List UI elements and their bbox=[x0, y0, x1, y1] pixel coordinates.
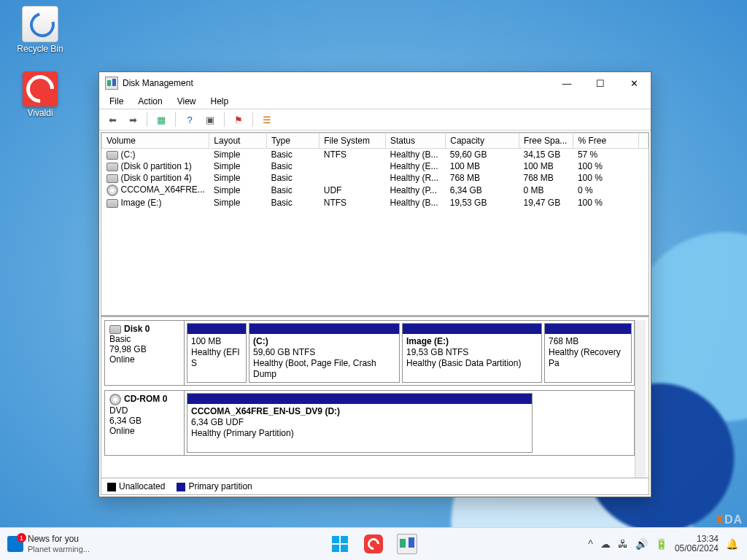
taskbar-disk-management[interactable] bbox=[392, 529, 422, 559]
partition-stripe bbox=[187, 394, 532, 404]
volume-list-pane[interactable]: Volume Layout Type File System Status Ca… bbox=[101, 133, 649, 317]
menu-action[interactable]: Action bbox=[131, 95, 169, 108]
toolbar-back-button[interactable]: ⬅ bbox=[104, 111, 121, 128]
toolbar-refresh-button[interactable]: ⚑ bbox=[230, 111, 247, 128]
col-status[interactable]: Status bbox=[386, 133, 446, 149]
table-row[interactable]: (Disk 0 partition 1)SimpleBasicHealthy (… bbox=[102, 160, 649, 172]
partition[interactable]: Image (E:)19,53 GB NTFSHealthy (Basic Da… bbox=[402, 323, 542, 383]
desktop-icon-vivaldi[interactable]: Vivaldi bbox=[13, 71, 67, 118]
menu-file[interactable]: File bbox=[102, 95, 131, 108]
partition-stripe bbox=[545, 324, 631, 334]
table-row[interactable]: (Disk 0 partition 4)SimpleBasicHealthy (… bbox=[102, 172, 649, 184]
partition[interactable]: CCCOMA_X64FRE_EN-US_DV9 (D:)6,34 GB UDFH… bbox=[187, 393, 533, 453]
taskbar: News for you Planet warming... ^ ☁ 🖧 🔊 🔋… bbox=[0, 527, 747, 560]
drive-icon bbox=[107, 151, 118, 160]
news-sub: Planet warming... bbox=[28, 545, 90, 553]
partition-stripe bbox=[249, 324, 399, 334]
col-pct[interactable]: % Free bbox=[573, 133, 639, 149]
col-type[interactable]: Type bbox=[266, 133, 319, 149]
cd-icon bbox=[107, 184, 118, 196]
tray-notification-icon[interactable]: 🔔 bbox=[726, 538, 738, 550]
legend-unallocated: Unallocated bbox=[107, 481, 165, 491]
desktop-icon-recycle-bin[interactable]: Recycle Bin bbox=[13, 6, 67, 54]
menubar: File Action View Help bbox=[99, 94, 651, 109]
vivaldi-icon bbox=[364, 534, 383, 553]
graphical-view-pane[interactable]: Disk 0Basic79,98 GBOnline100 MBHealthy (… bbox=[101, 317, 649, 478]
graphical-scrollbar[interactable] bbox=[635, 320, 646, 478]
col-volume[interactable]: Volume bbox=[102, 133, 209, 149]
toolbar-properties-button[interactable]: ▣ bbox=[201, 111, 219, 128]
disk-row[interactable]: Disk 0Basic79,98 GBOnline100 MBHealthy (… bbox=[104, 320, 635, 386]
menu-view[interactable]: View bbox=[170, 95, 204, 108]
partition[interactable]: (C:)59,60 GB NTFSHealthy (Boot, Page Fil… bbox=[249, 323, 400, 383]
cd-icon bbox=[109, 394, 121, 405]
col-free[interactable]: Free Spa... bbox=[519, 133, 573, 149]
recycle-bin-icon bbox=[22, 6, 58, 42]
minimize-button[interactable]: — bbox=[550, 72, 584, 94]
vivaldi-icon bbox=[23, 71, 58, 106]
partition[interactable]: 100 MBHealthy (EFI S bbox=[187, 323, 247, 383]
table-row[interactable]: Image (E:)SimpleBasicNTFSHealthy (B...19… bbox=[102, 197, 649, 209]
drive-icon bbox=[107, 163, 118, 171]
content-area: Volume Layout Type File System Status Ca… bbox=[101, 132, 649, 495]
disk-management-window: Disk Management — ☐ ✕ File Action View H… bbox=[98, 71, 651, 497]
maximize-button[interactable]: ☐ bbox=[584, 72, 617, 94]
toolbar-up-button[interactable]: ▦ bbox=[152, 111, 170, 128]
legend: Unallocated Primary partition bbox=[101, 478, 649, 494]
menu-help[interactable]: Help bbox=[204, 95, 236, 108]
table-row[interactable]: CCCOMA_X64FRE...SimpleBasicUDFHealthy (P… bbox=[102, 184, 649, 197]
start-button[interactable] bbox=[325, 529, 355, 559]
col-fs[interactable]: File System bbox=[320, 133, 386, 149]
partition[interactable]: 768 MBHealthy (Recovery Pa bbox=[544, 323, 632, 383]
taskbar-news-widget[interactable]: News for you Planet warming... bbox=[0, 528, 97, 560]
tray-network-icon[interactable]: 🖧 bbox=[618, 538, 628, 550]
table-row[interactable]: (C:)SimpleBasicNTFSHealthy (B...59,60 GB… bbox=[102, 149, 649, 161]
tray-volume-icon[interactable]: 🔊 bbox=[635, 538, 648, 550]
watermark: XDA bbox=[716, 513, 743, 526]
tray-clock[interactable]: 13:34 05/06/2024 bbox=[675, 534, 719, 553]
drive-icon bbox=[109, 325, 121, 334]
tray-onedrive-icon[interactable]: ☁ bbox=[600, 538, 611, 550]
toolbar: ⬅ ➡ ▦ ? ▣ ⚑ ☰ bbox=[99, 109, 651, 131]
toolbar-forward-button[interactable]: ➡ bbox=[124, 111, 142, 128]
taskbar-vivaldi[interactable] bbox=[359, 529, 388, 559]
recycle-bin-label: Recycle Bin bbox=[13, 44, 67, 54]
disk-row[interactable]: CD-ROM 0DVD6,34 GBOnlineCCCOMA_X64FRE_EN… bbox=[104, 390, 635, 456]
disk-label: Disk 0Basic79,98 GBOnline bbox=[105, 321, 185, 385]
partition-stripe bbox=[403, 324, 541, 334]
tray-battery-icon[interactable]: 🔋 bbox=[655, 538, 667, 550]
windows-logo-icon bbox=[332, 536, 348, 552]
news-icon bbox=[7, 536, 23, 552]
close-button[interactable]: ✕ bbox=[617, 72, 651, 94]
disk-management-icon bbox=[397, 534, 417, 554]
toolbar-help-button[interactable]: ? bbox=[181, 111, 198, 128]
col-layout[interactable]: Layout bbox=[209, 133, 267, 149]
drive-icon bbox=[107, 199, 118, 208]
titlebar[interactable]: Disk Management — ☐ ✕ bbox=[99, 72, 651, 94]
tray-overflow-icon[interactable]: ^ bbox=[588, 538, 593, 550]
volume-table: Volume Layout Type File System Status Ca… bbox=[101, 133, 649, 209]
system-tray[interactable]: ^ ☁ 🖧 🔊 🔋 13:34 05/06/2024 🔔 bbox=[579, 534, 747, 553]
app-icon bbox=[105, 77, 118, 90]
col-capacity[interactable]: Capacity bbox=[446, 133, 519, 149]
vivaldi-label: Vivaldi bbox=[13, 108, 67, 118]
news-headline: News for you bbox=[28, 534, 90, 544]
drive-icon bbox=[107, 174, 118, 183]
disk-label: CD-ROM 0DVD6,34 GBOnline bbox=[105, 391, 185, 455]
partition-stripe bbox=[187, 324, 246, 334]
legend-primary: Primary partition bbox=[177, 481, 252, 491]
window-title: Disk Management bbox=[123, 78, 193, 88]
col-spacer[interactable] bbox=[639, 133, 649, 149]
toolbar-list-button[interactable]: ☰ bbox=[258, 111, 276, 128]
